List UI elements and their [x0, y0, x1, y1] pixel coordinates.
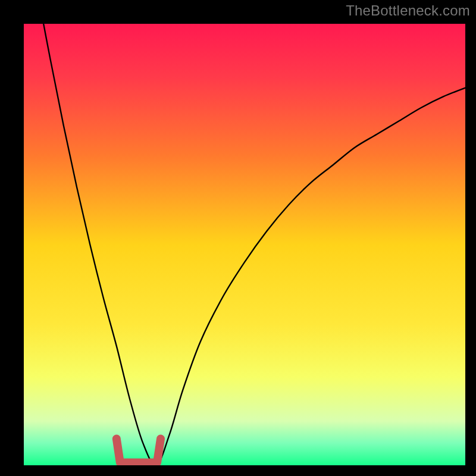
bottleneck-curve	[24, 24, 465, 465]
notch-marker	[117, 439, 161, 462]
attribution-text: TheBottleneck.com	[346, 2, 470, 19]
chart-svg	[24, 24, 465, 465]
plot-area	[24, 24, 465, 465]
frame: TheBottleneck.com	[0, 0, 476, 476]
